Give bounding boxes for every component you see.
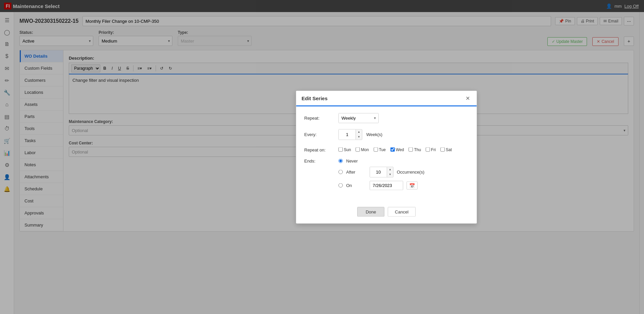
dialog-header: Edit Series ✕ [296, 91, 477, 106]
day-sun[interactable]: Sun [338, 147, 351, 152]
dialog-body: Repeat: Weekly Every: ▲ ▼ Week(s) Repeat… [296, 106, 477, 203]
ends-after-label: After [346, 170, 366, 175]
occurrence-input[interactable] [370, 167, 387, 177]
day-mon[interactable]: Mon [356, 147, 369, 152]
occurrences-label: Occurrence(s) [397, 170, 424, 175]
occurrence-spinner: ▲ ▼ [370, 167, 393, 177]
wed-checkbox[interactable] [390, 147, 395, 152]
repeat-select-wrapper: Weekly [338, 113, 379, 123]
calendar-button[interactable]: 📅 [407, 181, 418, 189]
ends-on-row: On 📅 [338, 181, 424, 190]
ends-after-row: After ▲ ▼ Occurrence(s) [338, 167, 424, 177]
occurrence-down-button[interactable]: ▼ [387, 172, 393, 177]
week-unit: Week(s) [366, 132, 382, 137]
sun-checkbox[interactable] [338, 147, 343, 152]
repeat-on-label: Repeat on: [304, 147, 334, 152]
day-tue[interactable]: Tue [374, 147, 386, 152]
thu-checkbox[interactable] [409, 147, 413, 152]
ends-row: Ends: Never After ▲ ▼ Occ [304, 158, 469, 190]
days-row: Sun Mon Tue Wed Thu [338, 147, 452, 152]
ends-never-label: Never [346, 158, 366, 163]
day-wed[interactable]: Wed [390, 147, 404, 152]
repeat-row: Repeat: Weekly [304, 113, 469, 123]
every-label: Every: [304, 132, 334, 137]
ends-on-label: On [346, 183, 366, 188]
day-fri[interactable]: Fri [426, 147, 436, 152]
ends-after-radio[interactable] [338, 170, 343, 174]
ends-options: Never After ▲ ▼ Occurrence(s) [338, 158, 424, 190]
every-input[interactable] [339, 129, 356, 139]
dialog-close-button[interactable]: ✕ [464, 95, 471, 101]
spinner-up-button[interactable]: ▲ [356, 129, 362, 134]
edit-series-dialog: Edit Series ✕ Repeat: Weekly Every: ▲ ▼ … [296, 90, 477, 224]
dialog-title: Edit Series [302, 95, 328, 101]
dialog-footer: Done Cancel [296, 203, 477, 223]
spinner-arrows: ▲ ▼ [356, 129, 362, 139]
day-sat[interactable]: Sat [440, 147, 452, 152]
every-spinner: ▲ ▼ [338, 129, 362, 140]
done-button[interactable]: Done [357, 207, 384, 216]
spinner-down-button[interactable]: ▼ [356, 134, 362, 139]
repeat-label: Repeat: [304, 116, 334, 121]
sat-checkbox[interactable] [440, 147, 445, 152]
tue-checkbox[interactable] [374, 147, 378, 152]
repeat-on-row: Repeat on: Sun Mon Tue Wed [304, 146, 469, 152]
mon-checkbox[interactable] [356, 147, 360, 152]
ends-date-input[interactable] [370, 181, 403, 190]
every-row: Every: ▲ ▼ Week(s) [304, 129, 469, 140]
fri-checkbox[interactable] [426, 147, 430, 152]
day-thu[interactable]: Thu [409, 147, 421, 152]
occurrence-up-button[interactable]: ▲ [387, 167, 393, 172]
ends-never-radio[interactable] [338, 159, 343, 163]
ends-never-row: Never [338, 158, 424, 163]
dialog-cancel-button[interactable]: Cancel [388, 207, 415, 216]
repeat-select[interactable]: Weekly [338, 113, 379, 123]
occurrence-arrows: ▲ ▼ [387, 167, 393, 177]
ends-on-radio[interactable] [338, 183, 343, 188]
ends-label: Ends: [304, 158, 334, 163]
